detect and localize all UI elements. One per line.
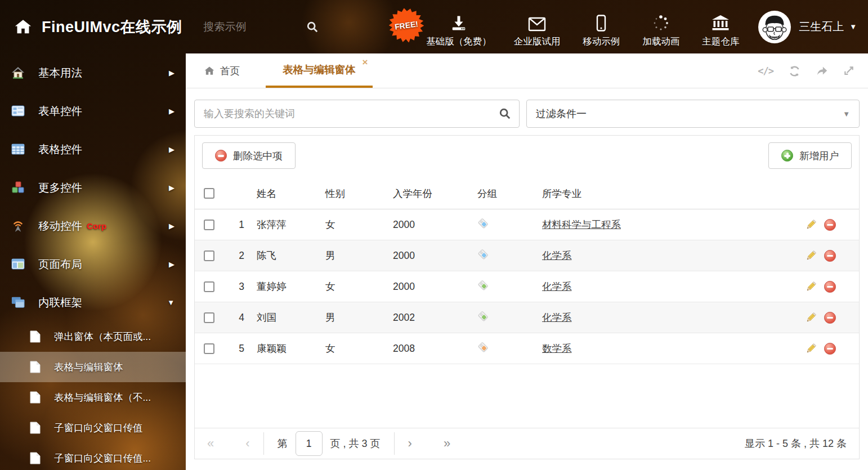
- edit-icon[interactable]: [804, 249, 817, 262]
- tab-active[interactable]: 表格与编辑窗体 ×: [266, 53, 373, 88]
- keyword-input[interactable]: [204, 108, 499, 120]
- tab-home-label: 首页: [220, 64, 240, 78]
- tab-active-label: 表格与编辑窗体: [283, 62, 356, 77]
- filter-dropdown[interactable]: 过滤条件一 ▼: [526, 100, 860, 128]
- row-checkbox[interactable]: [204, 220, 214, 230]
- share-arrow-icon[interactable]: [816, 65, 828, 77]
- minus-circle-icon: [215, 150, 227, 162]
- sidebar-menu-item[interactable]: 基本用法 ▶: [0, 53, 186, 92]
- submenu-label: 弹出窗体（本页面或...: [54, 330, 151, 343]
- filter-row: 过滤条件一 ▼: [194, 100, 860, 128]
- avatar[interactable]: [758, 11, 791, 43]
- tag-icon: [477, 310, 489, 325]
- menu-label: 内联框架: [38, 295, 82, 310]
- user-menu[interactable]: 三生石上 ▼: [758, 11, 857, 43]
- delete-icon[interactable]: [824, 281, 836, 293]
- user-name: 三生石上: [799, 19, 844, 34]
- sidebar-menu-item[interactable]: 移动控件 Corp ▶: [0, 207, 186, 245]
- row-year: 2008: [384, 343, 468, 355]
- header-nav-item[interactable]: 加载动画: [642, 14, 679, 48]
- sidebar-menu-item[interactable]: 表单控件 ▶: [0, 92, 186, 130]
- tab-bar: 首页 表格与编辑窗体 × </>: [186, 53, 868, 88]
- menu-arrow-icon: ▶: [169, 69, 175, 77]
- tab-close-icon[interactable]: ×: [363, 57, 368, 67]
- major-link[interactable]: 化学系: [542, 281, 572, 292]
- tab-home[interactable]: 首页: [204, 53, 240, 88]
- record-summary: 显示 1 - 5 条 , 共 12 条: [745, 437, 847, 450]
- edit-icon[interactable]: [804, 311, 817, 324]
- first-page-button[interactable]: «: [207, 437, 214, 450]
- page-icon: [28, 330, 42, 343]
- sidebar-submenu-item[interactable]: 子窗口向父窗口传值: [0, 413, 186, 443]
- select-all-checkbox[interactable]: [204, 188, 214, 199]
- submenu-label: 表格与编辑窗体: [54, 360, 123, 374]
- sidebar-menu-item[interactable]: 内联框架 ▼: [0, 283, 186, 321]
- edit-icon[interactable]: [804, 218, 817, 231]
- last-page-button[interactable]: »: [444, 437, 450, 450]
- edit-icon[interactable]: [804, 342, 817, 355]
- pagination-bar: « ‹ 第 页 , 共 3 页 › » 显示 1 - 5 条 , 共 12 条: [195, 428, 859, 459]
- row-checkbox[interactable]: [204, 250, 214, 261]
- nav-label: 加载动画: [642, 35, 679, 48]
- tag-icon: [477, 248, 489, 263]
- row-checkbox[interactable]: [204, 312, 214, 323]
- row-checkbox[interactable]: [204, 281, 214, 292]
- row-gender: 女: [316, 280, 384, 293]
- add-user-button[interactable]: 新增用户: [768, 142, 852, 169]
- major-link[interactable]: 化学系: [542, 250, 572, 261]
- delete-selected-button[interactable]: 删除选中项: [202, 142, 296, 169]
- header-search[interactable]: 搜索示例: [204, 20, 322, 34]
- page-suffix-label: 页 , 共 3 页: [330, 437, 381, 450]
- delete-icon[interactable]: [824, 343, 836, 355]
- tag-icon: [477, 279, 489, 294]
- row-gender: 男: [316, 311, 384, 324]
- header-nav-item[interactable]: 主题仓库: [702, 14, 739, 48]
- source-code-icon[interactable]: </>: [758, 65, 773, 77]
- row-name: 董婷婷: [248, 280, 316, 293]
- sidebar-submenu-item[interactable]: 子窗口向父窗口传值...: [0, 443, 186, 470]
- delete-icon[interactable]: [824, 219, 836, 231]
- row-index: 4: [224, 312, 248, 324]
- page-icon: [28, 360, 42, 374]
- nav-label: 企业版试用: [514, 35, 561, 48]
- search-icon[interactable]: [499, 108, 511, 120]
- page-icon: [28, 451, 42, 465]
- row-year: 2002: [384, 312, 468, 324]
- delete-icon[interactable]: [824, 312, 836, 324]
- refresh-icon[interactable]: [789, 65, 800, 77]
- major-link[interactable]: 数学系: [542, 343, 572, 354]
- page-prefix-label: 第: [278, 437, 288, 450]
- sidebar-menu-item[interactable]: 表格控件 ▶: [0, 130, 186, 168]
- menu-arrow-icon: ▼: [167, 298, 175, 307]
- sidebar-menu-item[interactable]: 更多控件 ▶: [0, 168, 186, 207]
- major-link[interactable]: 化学系: [542, 312, 572, 323]
- menu-label: 表格控件: [38, 142, 82, 157]
- delete-icon[interactable]: [824, 250, 836, 262]
- prev-page-button[interactable]: ‹: [245, 437, 249, 450]
- expand-icon[interactable]: [843, 65, 854, 77]
- header-nav-item[interactable]: 企业版试用: [514, 14, 561, 48]
- header-nav-item[interactable]: FREE! 基础版（免费）: [426, 14, 491, 48]
- next-page-button[interactable]: ›: [408, 437, 412, 450]
- sidebar-menu-item[interactable]: 页面布局 ▶: [0, 245, 186, 283]
- menu-label: 页面布局: [38, 257, 82, 272]
- major-link[interactable]: 材料科学与工程系: [542, 219, 621, 230]
- page-number-input[interactable]: [296, 431, 323, 456]
- nav-label: 主题仓库: [702, 35, 739, 48]
- row-year: 2000: [384, 281, 468, 293]
- app-root: FineUIMvc在线示例 搜索示例 FREE! 基础版（免费） 企业版试用 移…: [0, 0, 868, 470]
- row-checkbox[interactable]: [204, 343, 214, 354]
- layout-icon: [11, 257, 25, 271]
- row-index: 1: [224, 219, 248, 231]
- col-header-gender: 性别: [316, 187, 384, 200]
- cubes-icon: [11, 181, 25, 194]
- sidebar-submenu-item[interactable]: 表格与编辑窗体（不...: [0, 382, 186, 413]
- home-icon[interactable]: [14, 17, 33, 37]
- header-nav-item[interactable]: 移动示例: [583, 14, 620, 48]
- nav-label: 移动示例: [583, 35, 620, 48]
- frames-icon: [11, 296, 25, 309]
- sidebar-submenu-item[interactable]: 表格与编辑窗体: [0, 352, 186, 382]
- edit-icon[interactable]: [804, 280, 817, 293]
- sidebar-submenu-item[interactable]: 弹出窗体（本页面或...: [0, 321, 186, 352]
- search-icon[interactable]: [306, 21, 319, 33]
